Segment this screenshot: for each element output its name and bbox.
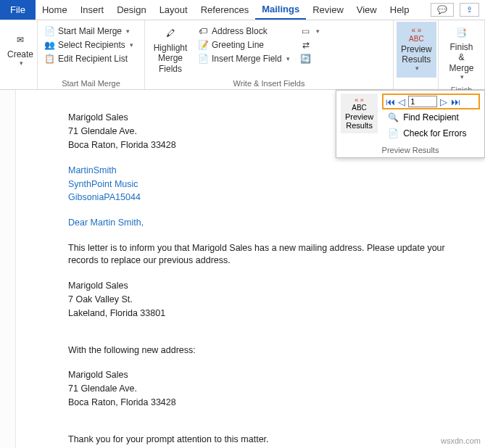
group-label-write: Write & Insert Fields <box>148 78 390 89</box>
thanks: Thank you for your prompt attention to t… <box>68 434 485 446</box>
rules-icon: ▭ <box>300 25 312 37</box>
tab-layout[interactable]: Layout <box>153 0 194 20</box>
rules-button[interactable]: ▭▾ <box>297 25 323 38</box>
preview-results-dropdown: « » ABC Preview Results ⏮ ◁ ▷ ⏭ 🔍 Find R… <box>336 90 485 158</box>
record-number-input[interactable] <box>408 96 437 107</box>
preview-label: Preview Results <box>401 44 432 65</box>
update-labels-button[interactable]: 🔄 <box>297 52 323 65</box>
new-addr1: 71 Glendale Ave. <box>68 383 485 395</box>
field-icon: 📄 <box>197 53 209 65</box>
salutation: Dear Martin Smith, <box>68 217 485 229</box>
old-addr1: 7 Oak Valley St. <box>68 294 485 306</box>
highlight-icon: 🖍 <box>160 25 181 41</box>
address-icon: 🏷 <box>197 25 209 37</box>
recip-name: MartinSmith <box>68 165 485 177</box>
greeting-icon: 📝 <box>197 39 209 51</box>
chevron-down-icon: ▾ <box>126 28 130 35</box>
tab-review[interactable]: Review <box>306 0 350 20</box>
tab-file[interactable]: File <box>0 0 36 20</box>
prev-record-button[interactable]: ◁ <box>397 96 407 107</box>
tab-help[interactable]: Help <box>384 0 416 20</box>
last-record-button[interactable]: ⏭ <box>450 96 460 107</box>
tab-view[interactable]: View <box>350 0 384 20</box>
transition: With the following new address: <box>68 344 485 357</box>
chevron-down-icon: ▾ <box>130 41 133 49</box>
start-mail-merge-button[interactable]: 📄 Start Mail Merge ▾ <box>41 25 136 38</box>
address-block-label: Address Block <box>212 26 268 36</box>
tab-references[interactable]: References <box>194 0 255 20</box>
watermark: wsxdn.com <box>441 436 481 445</box>
chevron-down-icon: ▾ <box>415 65 419 72</box>
comments-button[interactable]: 💬 <box>431 3 454 17</box>
preview-results-toggle[interactable]: « » ABC Preview Results <box>341 94 378 133</box>
match-icon: ⇄ <box>300 39 312 51</box>
greeting-line-button[interactable]: 📝 Greeting Line <box>194 38 293 51</box>
list-icon: 📋 <box>43 53 55 65</box>
finish-label: Finish & Merge <box>446 42 477 73</box>
insert-merge-field-label: Insert Merge Field <box>212 54 282 64</box>
find-recipient-label: Find Recipient <box>403 112 459 123</box>
dd-preview-label: Preview Results <box>345 112 373 130</box>
left-margin <box>0 90 16 448</box>
tab-insert[interactable]: Insert <box>74 0 111 20</box>
tab-design[interactable]: Design <box>110 0 152 20</box>
update-icon: 🔄 <box>300 53 312 65</box>
group-label-empty <box>3 78 34 89</box>
highlight-label: Highlight Merge Fields <box>152 43 188 74</box>
recip-company: SynthPoint Music <box>68 178 485 191</box>
people-icon: 👥 <box>43 39 55 51</box>
create-button[interactable]: ✉ Create ▾ <box>3 22 38 78</box>
check-errors-label: Check for Errors <box>403 128 466 138</box>
select-recipients-button[interactable]: 👥 Select Recipients ▾ <box>41 38 136 51</box>
address-block-button[interactable]: 🏷 Address Block <box>194 25 293 38</box>
next-record-button[interactable]: ▷ <box>439 96 449 107</box>
ribbon: ✉ Create ▾ 📄 Start Mail Merge ▾ 👥 Select… <box>0 20 485 90</box>
body-intro: This letter is to inform you that Marigo… <box>68 242 460 267</box>
share-button[interactable]: ⇪ <box>460 3 479 17</box>
tab-home[interactable]: Home <box>36 0 74 20</box>
tab-bar: File Home Insert Design Layout Reference… <box>0 0 485 20</box>
tab-mailings[interactable]: Mailings <box>255 0 306 20</box>
highlight-merge-fields-button[interactable]: 🖍 Highlight Merge Fields <box>148 22 193 78</box>
record-navigation: ⏮ ◁ ▷ ⏭ <box>382 94 480 109</box>
recip-cityzip: GibsoniaPA15044 <box>68 191 485 204</box>
new-name: Marigold Sales <box>68 369 485 381</box>
document-icon: 📄 <box>43 25 55 37</box>
create-label: Create <box>7 49 33 59</box>
preview-icon: « »ABC <box>406 27 426 43</box>
chevron-down-icon: ▾ <box>286 55 290 62</box>
group-label-start-merge: Start Mail Merge <box>41 78 141 89</box>
start-mail-merge-label: Start Mail Merge <box>58 26 122 36</box>
chevron-down-icon: ▾ <box>460 73 464 81</box>
old-name: Marigold Sales <box>68 280 485 292</box>
edit-recipient-list-label: Edit Recipient List <box>58 54 128 64</box>
find-recipient-button[interactable]: 🔍 Find Recipient <box>382 109 480 125</box>
edit-recipient-list-button[interactable]: 📋 Edit Recipient List <box>41 52 136 65</box>
check-icon: 📄 <box>388 128 399 138</box>
select-recipients-label: Select Recipients <box>58 40 125 50</box>
search-icon: 🔍 <box>388 112 399 123</box>
check-errors-button[interactable]: 📄 Check for Errors <box>382 125 480 141</box>
preview-results-button[interactable]: « »ABC Preview Results ▾ <box>397 22 436 78</box>
old-addr2: Lakeland, Florida 33801 <box>68 307 485 320</box>
dropdown-footer: Preview Results <box>336 144 484 157</box>
finish-icon: 📑 <box>452 25 472 41</box>
new-addr2: Boca Raton, Florida 33428 <box>68 397 485 409</box>
chevron-down-icon: ▾ <box>20 59 23 67</box>
finish-merge-button[interactable]: 📑 Finish & Merge ▾ <box>442 22 481 84</box>
insert-merge-field-button[interactable]: 📄 Insert Merge Field ▾ <box>194 52 293 65</box>
greeting-line-label: Greeting Line <box>212 40 264 50</box>
envelope-icon: ✉ <box>10 32 30 48</box>
first-record-button[interactable]: ⏮ <box>385 96 395 107</box>
match-fields-button[interactable]: ⇄ <box>297 38 323 51</box>
